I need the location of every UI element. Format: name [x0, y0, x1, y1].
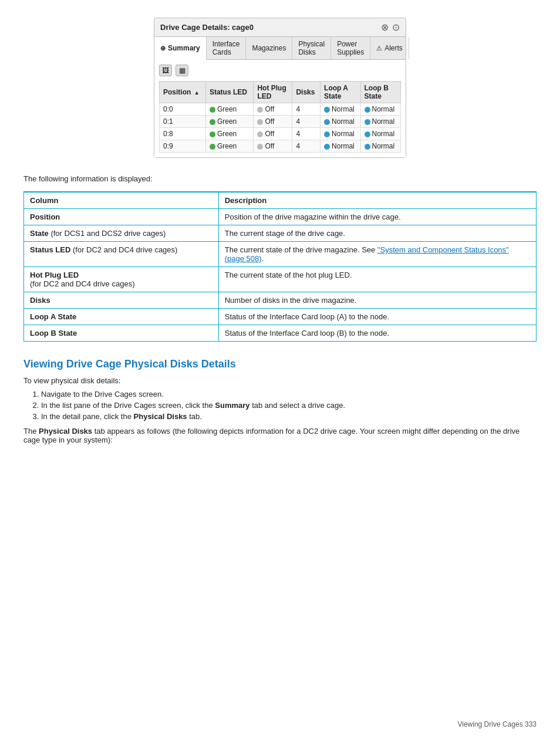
- cell-position: 0:0: [160, 103, 206, 116]
- col-header-loop-a: Loop AState: [321, 82, 360, 103]
- panel-body: 🖼 ▦ Position ▲ Status LED Hot PlugLED Di…: [154, 60, 406, 157]
- col-header-hot-plug: Hot PlugLED: [254, 82, 292, 103]
- cell-status-led: Green: [205, 103, 254, 116]
- info-col-header-column: Column: [24, 192, 219, 209]
- tab-interface-cards[interactable]: Interface Cards: [207, 37, 247, 59]
- green-dot: [210, 131, 215, 137]
- cell-loop-a: Normal: [321, 116, 360, 128]
- info-intro: The following information is displayed:: [23, 174, 537, 183]
- viewing-intro: To view physical disk details:: [23, 376, 537, 385]
- info-cell-col1: Status LED (for DC2 and DC4 drive cages): [24, 242, 219, 267]
- page-number: Viewing Drive Cages 333: [457, 720, 537, 728]
- step-2: In the list pane of the Drive Cages scre…: [41, 401, 537, 410]
- blue-dot-b: [365, 107, 370, 113]
- info-cell-col2: Status of the Interface Card loop (A) to…: [218, 309, 536, 325]
- cell-disks: 4: [292, 116, 321, 128]
- gray-dot: [257, 107, 263, 113]
- gray-dot: [257, 131, 263, 137]
- info-cell-col1: Position: [24, 209, 219, 225]
- blue-dot-a: [324, 119, 330, 125]
- green-dot: [210, 144, 215, 150]
- table-row: 0:8 Green Off 4 Normal Normal: [160, 128, 401, 140]
- info-table-row: Loop A State Status of the Interface Car…: [24, 309, 537, 325]
- col-header-disks: Disks: [292, 82, 321, 103]
- info-cell-col1: Loop B State: [24, 325, 219, 342]
- info-table-row: Status LED (for DC2 and DC4 drive cages)…: [24, 242, 537, 267]
- viewing-section-heading: Viewing Drive Cage Physical Disks Detail…: [23, 358, 537, 370]
- col-header-status-led: Status LED: [205, 82, 254, 103]
- tab-physical-disks[interactable]: Physical Disks: [292, 37, 331, 59]
- cell-loop-b: Normal: [360, 140, 401, 153]
- table-row: 0:0 Green Off 4 Normal Normal: [160, 103, 401, 116]
- cell-status-led: Green: [205, 140, 254, 153]
- step-1: Navigate to the Drive Cages screen.: [41, 390, 537, 399]
- status-icons-link[interactable]: "System and Component Status Icons" (pag…: [225, 245, 509, 263]
- cell-hot-plug: Off: [254, 103, 292, 116]
- cell-loop-b: Normal: [360, 128, 401, 140]
- tab-magazines-label: Magazines: [252, 44, 286, 52]
- blue-dot-b: [365, 119, 370, 125]
- info-cell-col2: The current state of the hot plug LED.: [218, 267, 536, 292]
- tab-power-supplies[interactable]: Power Supplies: [331, 37, 370, 59]
- panel-action-icons: ⊗ ⊙: [381, 22, 400, 33]
- cell-loop-b: Normal: [360, 116, 401, 128]
- info-table-row: Disks Number of disks in the drive magaz…: [24, 292, 537, 309]
- cell-status-led: Green: [205, 128, 254, 140]
- blue-dot-a: [324, 144, 330, 150]
- tab-alerts-label: Alerts: [384, 44, 403, 52]
- cell-hot-plug: Off: [254, 116, 292, 128]
- col-header-position[interactable]: Position ▲: [160, 82, 206, 103]
- cell-loop-b: Normal: [360, 103, 401, 116]
- close-icon[interactable]: ⊙: [392, 22, 400, 33]
- info-cell-col2: Status of the Interface Card loop (B) to…: [218, 325, 536, 342]
- tab-summary-label: Summary: [168, 44, 200, 52]
- step-3: In the detail pane, click the Physical D…: [41, 412, 537, 421]
- info-col-header-description: Description: [218, 192, 536, 209]
- cell-disks: 4: [292, 103, 321, 116]
- blue-dot-b: [365, 144, 370, 150]
- info-table-row: Position Position of the drive magazine …: [24, 209, 537, 225]
- tab-power-supplies-label: Power Supplies: [337, 40, 364, 56]
- toolbar-btn-2[interactable]: ▦: [176, 65, 188, 76]
- drive-cage-panel: Drive Cage Details: cage0 ⊗ ⊙ ⊕ Summary …: [154, 18, 406, 158]
- info-cell-col1: Hot Plug LED(for DC2 and DC4 drive cages…: [24, 267, 219, 292]
- tab-summary[interactable]: ⊕ Summary: [154, 37, 207, 60]
- tab-alerts[interactable]: ⚠ Alerts: [370, 37, 409, 59]
- alerts-tab-icon: ⚠: [376, 45, 382, 52]
- blue-dot-a: [324, 131, 330, 137]
- info-table: Column Description Position Position of …: [23, 191, 537, 342]
- panel-title: Drive Cage Details: cage0: [160, 23, 254, 32]
- viewing-steps-list: Navigate to the Drive Cages screen. In t…: [41, 390, 537, 421]
- sort-arrow: ▲: [194, 90, 200, 96]
- green-dot: [210, 119, 215, 125]
- toolbar: 🖼 ▦: [159, 65, 401, 76]
- cell-disks: 4: [292, 140, 321, 153]
- info-table-row: Hot Plug LED(for DC2 and DC4 drive cages…: [24, 267, 537, 292]
- tab-magazines[interactable]: Magazines: [246, 37, 292, 59]
- cell-position: 0:9: [160, 140, 206, 153]
- info-cell-col2: Position of the drive magazine within th…: [218, 209, 536, 225]
- col-header-loop-b: Loop BState: [360, 82, 401, 103]
- gray-dot: [257, 119, 263, 125]
- cell-hot-plug: Off: [254, 128, 292, 140]
- info-cell-col2: Number of disks in the drive magazine.: [218, 292, 536, 309]
- cell-disks: 4: [292, 128, 321, 140]
- info-cell-col2: The current stage of the drive cage.: [218, 225, 536, 242]
- panel-tabs: ⊕ Summary Interface Cards Magazines Phys…: [154, 37, 406, 60]
- info-table-row: State (for DCS1 and DCS2 drive cages) Th…: [24, 225, 537, 242]
- help-icon[interactable]: ⊗: [381, 22, 389, 33]
- info-cell-col1: Disks: [24, 292, 219, 309]
- blue-dot-a: [324, 107, 330, 113]
- cell-loop-a: Normal: [321, 128, 360, 140]
- panel-header: Drive Cage Details: cage0 ⊗ ⊙: [154, 18, 406, 37]
- green-dot: [210, 107, 215, 113]
- cell-status-led: Green: [205, 116, 254, 128]
- info-cell-col1: Loop A State: [24, 309, 219, 325]
- gray-dot: [257, 144, 263, 150]
- toolbar-btn-1[interactable]: 🖼: [159, 65, 172, 76]
- info-table-row: Loop B State Status of the Interface Car…: [24, 325, 537, 342]
- info-cell-col2: The current state of the drive magazine.…: [218, 242, 536, 267]
- tab-interface-cards-label: Interface Cards: [212, 40, 240, 56]
- cell-hot-plug: Off: [254, 140, 292, 153]
- page-footer: Viewing Drive Cages 333: [457, 720, 537, 728]
